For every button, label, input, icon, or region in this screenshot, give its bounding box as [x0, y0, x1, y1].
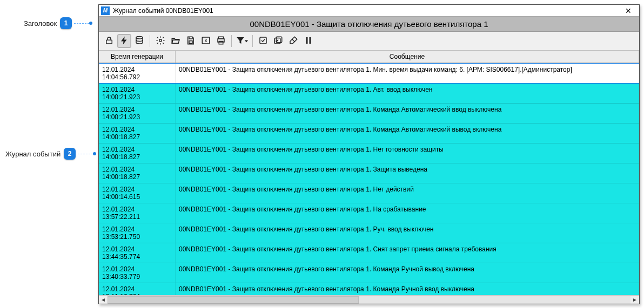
cell-message: 00NDB01EY001 - Защита отключения дутьево… — [176, 64, 639, 83]
lock-button[interactable] — [102, 34, 116, 48]
database-icon — [135, 36, 144, 47]
cell-time: 12.01.2024 13:53:21.750 — [99, 223, 176, 243]
excel-button[interactable]: X — [199, 34, 213, 48]
cell-message: 00NDB01EY001 - Защита отключения дутьево… — [176, 104, 639, 123]
window-title: Журнал событий 00NDB01EY001 — [113, 7, 213, 15]
cell-message: 00NDB01EY001 - Защита отключения дутьево… — [176, 283, 639, 295]
svg-text:X: X — [205, 39, 207, 43]
table-row[interactable]: 12.01.2024 13:44:35.77400NDB01EY001 - За… — [99, 243, 639, 263]
table-header: Время генерации Сообщение — [99, 51, 639, 63]
event-log-window: M Журнал событий 00NDB01EY001 ✕ 00NDB01E… — [98, 4, 640, 304]
toolbar: X — [99, 32, 639, 51]
column-header-message[interactable]: Сообщение — [176, 51, 639, 63]
callout-dot — [93, 152, 96, 155]
save-icon — [186, 36, 196, 47]
cell-time: 12.01.2024 12:11:16.764 — [99, 283, 176, 295]
gear-button[interactable] — [153, 34, 167, 48]
table-row[interactable]: 12.01.2024 13:57:22.21100NDB01EY001 - За… — [99, 203, 639, 223]
callout-dot — [89, 22, 92, 25]
eraser-button[interactable] — [286, 34, 300, 48]
pause-icon — [304, 36, 313, 47]
table-row[interactable]: 12.01.2024 14:04:56.79200NDB01EY001 - За… — [99, 63, 639, 84]
callout-journal-label: Журнал событий — [5, 150, 61, 158]
cell-time: 12.01.2024 14:00:21.923 — [99, 84, 176, 103]
cell-time: 12.01.2024 14:04:56.792 — [99, 64, 176, 83]
toolbar-separator — [231, 35, 232, 47]
svg-rect-12 — [306, 37, 308, 44]
save-button[interactable] — [184, 34, 198, 48]
cell-message: 00NDB01EY001 - Защита отключения дутьево… — [176, 243, 639, 263]
toolbar-separator — [150, 35, 150, 47]
bolt-button[interactable] — [117, 34, 131, 48]
lock-icon — [104, 36, 114, 47]
table-row[interactable]: 12.01.2024 12:11:16.76400NDB01EY001 - За… — [99, 283, 639, 295]
cell-message: 00NDB01EY001 - Защита отключения дутьево… — [176, 183, 639, 203]
callout-journal: Журнал событий 2 — [5, 148, 96, 160]
check-one-icon — [258, 36, 268, 47]
print-button[interactable] — [214, 34, 228, 48]
svg-point-2 — [159, 39, 162, 42]
scroll-right-button[interactable]: ► — [630, 296, 639, 304]
table-row[interactable]: 12.01.2024 14:00:21.92300NDB01EY001 - За… — [99, 84, 639, 104]
callout-title: Заголовок 1 — [24, 17, 92, 29]
excel-icon: X — [201, 36, 211, 47]
funnel-button[interactable] — [235, 34, 249, 48]
pause-button[interactable] — [301, 34, 316, 48]
cell-time: 12.01.2024 14:00:14.615 — [99, 183, 176, 203]
column-header-time[interactable]: Время генерации — [99, 51, 176, 63]
scroll-left-button[interactable]: ◄ — [99, 296, 108, 304]
callout-line — [78, 154, 93, 154]
page-title: 00NDB01EY001 - Защита отключения дутьево… — [99, 17, 639, 32]
scroll-track[interactable] — [108, 296, 630, 304]
titlebar[interactable]: M Журнал событий 00NDB01EY001 ✕ — [99, 5, 639, 17]
eraser-icon — [289, 36, 298, 47]
database-button[interactable] — [132, 34, 146, 48]
svg-rect-3 — [189, 40, 192, 43]
cell-message: 00NDB01EY001 - Защита отключения дутьево… — [176, 203, 639, 223]
check-all-icon — [273, 36, 283, 47]
check-all-button[interactable] — [271, 34, 285, 48]
app-icon: M — [101, 6, 110, 15]
table-row[interactable]: 12.01.2024 14:00:18.82700NDB01EY001 - За… — [99, 124, 639, 143]
svg-rect-9 — [260, 37, 266, 44]
callout-title-badge: 1 — [60, 17, 72, 29]
cell-message: 00NDB01EY001 - Защита отключения дутьево… — [176, 223, 639, 243]
folder-open-icon — [171, 36, 180, 47]
horizontal-scrollbar[interactable]: ◄ ► — [99, 295, 639, 304]
cell-time: 12.01.2024 13:57:22.211 — [99, 203, 176, 223]
cell-message: 00NDB01EY001 - Защита отключения дутьево… — [176, 143, 639, 163]
bolt-icon — [119, 36, 129, 47]
cell-time: 12.01.2024 14:00:18.827 — [99, 143, 176, 163]
folder-open-button[interactable] — [169, 34, 183, 48]
print-icon — [216, 36, 226, 47]
cell-message: 00NDB01EY001 - Защита отключения дутьево… — [176, 124, 639, 143]
svg-rect-13 — [310, 37, 311, 44]
callout-title-label: Заголовок — [24, 19, 57, 28]
table-row[interactable]: 12.01.2024 13:40:33.77900NDB01EY001 - За… — [99, 263, 639, 283]
scroll-thumb[interactable] — [108, 296, 359, 304]
svg-point-1 — [136, 36, 143, 39]
cell-message: 00NDB01EY001 - Защита отключения дутьево… — [176, 263, 639, 283]
table-row[interactable]: 12.01.2024 14:00:21.92300NDB01EY001 - За… — [99, 104, 639, 124]
table-row[interactable]: 12.01.2024 14:00:18.82700NDB01EY001 - За… — [99, 143, 639, 163]
table-body[interactable]: 12.01.2024 14:04:56.79200NDB01EY001 - За… — [99, 63, 639, 295]
cell-time: 12.01.2024 14:00:18.827 — [99, 163, 176, 183]
toolbar-separator — [252, 35, 253, 47]
gear-icon — [156, 36, 165, 47]
cell-time: 12.01.2024 14:00:21.923 — [99, 104, 176, 123]
table-row[interactable]: 12.01.2024 14:00:14.61500NDB01EY001 - За… — [99, 183, 639, 203]
table-row[interactable]: 12.01.2024 13:53:21.75000NDB01EY001 - За… — [99, 223, 639, 243]
callout-journal-badge: 2 — [64, 148, 76, 160]
table-row[interactable]: 12.01.2024 14:00:18.82700NDB01EY001 - За… — [99, 163, 639, 183]
cell-message: 00NDB01EY001 - Защита отключения дутьево… — [176, 84, 639, 103]
svg-rect-0 — [106, 40, 112, 44]
cell-time: 12.01.2024 13:40:33.779 — [99, 263, 176, 283]
cell-message: 00NDB01EY001 - Защита отключения дутьево… — [176, 163, 639, 183]
cell-time: 12.01.2024 13:44:35.774 — [99, 243, 176, 263]
check-one-button[interactable] — [256, 34, 270, 48]
cell-time: 12.01.2024 14:00:18.827 — [99, 124, 176, 143]
close-button[interactable]: ✕ — [620, 5, 637, 17]
callout-line — [74, 23, 89, 24]
